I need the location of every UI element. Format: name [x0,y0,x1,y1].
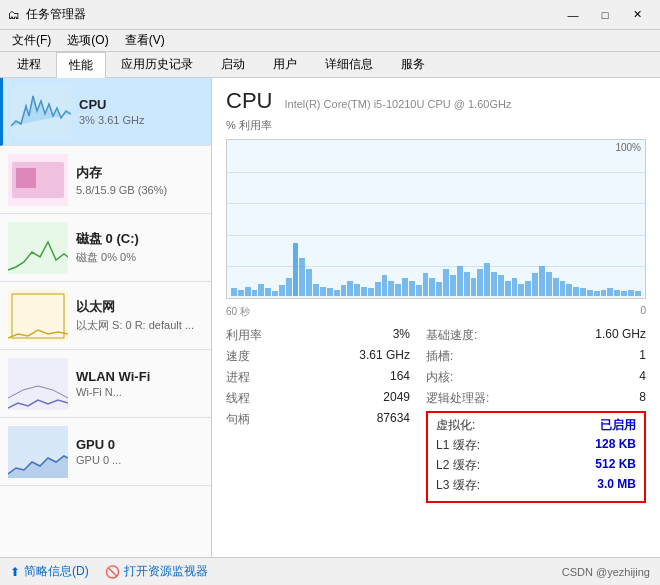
left-item-ethernet[interactable]: 以太网 以太网 S: 0 R: default ... [0,282,211,350]
stat-basespeed: 基础速度: 1.60 GHz [426,327,646,344]
logical-label: 逻辑处理器: [426,390,489,407]
brand-text: CSDN @yezhijing [562,566,650,578]
menu-file[interactable]: 文件(F) [4,30,59,51]
basespeed-value: 1.60 GHz [595,327,646,344]
menu-view[interactable]: 查看(V) [117,30,173,51]
left-item-wifi[interactable]: WLAN Wi-Fi Wi-Fi N... [0,350,211,418]
app-icon: 🗂 [8,8,20,22]
chart-time-right: 0 [640,305,646,319]
highlight-l1: L1 缓存: 128 KB [436,437,636,454]
net-thumbnail [8,290,68,342]
stats-area: 利用率 3% 速度 3.61 GHz 进程 164 线程 2049 句柄 8 [226,327,646,503]
handles-value: 87634 [377,411,410,428]
tab-processes[interactable]: 进程 [4,51,54,77]
logical-value: 8 [639,390,646,407]
right-main-title: CPU [226,88,272,114]
tab-performance[interactable]: 性能 [56,52,106,78]
stat-cores: 内核: 4 [426,369,646,386]
summary-label[interactable]: 简略信息(D) [24,563,89,580]
right-panel: CPU Intel(R) Core(TM) i5-10210U CPU @ 1.… [212,78,660,557]
l2-value: 512 KB [595,457,636,474]
eth-name: 以太网 [76,298,203,316]
left-item-cpu[interactable]: CPU 3% 3.61 GHz [0,78,211,146]
sockets-label: 插槽: [426,348,453,365]
tab-startup[interactable]: 启动 [208,51,258,77]
resource-monitor-link[interactable]: 🚫 打开资源监视器 [105,563,208,580]
utilization-value: 3% [393,327,410,344]
bottom-bar: ⬆ 简略信息(D) 🚫 打开资源监视器 CSDN @yezhijing [0,557,660,585]
svg-rect-7 [8,358,68,410]
processes-label: 进程 [226,369,250,386]
speed-value: 3.61 GHz [359,348,410,365]
speed-label: 速度 [226,348,250,365]
cpu-thumbnail [11,86,71,138]
disk-name: 磁盘 0 (C:) [76,230,203,248]
disk-info: 磁盘 0 (C:) 磁盘 0% 0% [76,230,203,265]
virt-label: 虚拟化: [436,417,475,434]
left-item-memory[interactable]: 内存 5.8/15.9 GB (36%) [0,146,211,214]
bottom-actions: ⬆ 简略信息(D) 🚫 打开资源监视器 [10,563,208,580]
gpu-name: GPU 0 [76,437,203,452]
basespeed-label: 基础速度: [426,327,477,344]
processes-value: 164 [390,369,410,386]
wifi-thumbnail [8,358,68,410]
left-panel: CPU 3% 3.61 GHz 内存 5.8/15.9 GB (36%) [0,78,212,557]
stat-utilization: 利用率 3% [226,327,410,344]
l3-value: 3.0 MB [597,477,636,494]
mem-name: 内存 [76,164,203,182]
tabs-bar: 进程 性能 应用历史记录 启动 用户 详细信息 服务 [0,52,660,78]
minimize-button[interactable]: — [558,5,588,25]
chart-time-labels: 60 秒 0 [226,305,646,319]
gpu-detail: GPU 0 ... [76,454,203,466]
disk-thumbnail [8,222,68,274]
disk-detail: 磁盘 0% 0% [76,250,203,265]
mem-thumbnail [8,154,68,206]
stat-processes: 进程 164 [226,369,410,386]
highlight-box: 虚拟化: 已启用 L1 缓存: 128 KB L2 缓存: 512 KB L3 … [426,411,646,503]
l1-value: 128 KB [595,437,636,454]
stat-speed: 速度 3.61 GHz [226,348,410,365]
cpu-info: CPU 3% 3.61 GHz [79,97,203,126]
highlight-l3: L3 缓存: 3.0 MB [436,477,636,494]
right-title-area: CPU Intel(R) Core(TM) i5-10210U CPU @ 1.… [226,88,646,114]
tab-details[interactable]: 详细信息 [312,51,386,77]
summary-link[interactable]: ⬆ 简略信息(D) [10,563,89,580]
cores-label: 内核: [426,369,453,386]
app-title: 任务管理器 [26,6,86,23]
threads-label: 线程 [226,390,250,407]
main-content: CPU 3% 3.61 GHz 内存 5.8/15.9 GB (36%) [0,78,660,557]
chart-bars [227,140,645,298]
wifi-name: WLAN Wi-Fi [76,369,203,384]
stats-right: 基础速度: 1.60 GHz 插槽: 1 内核: 4 逻辑处理器: 8 [426,327,646,503]
chart-time-left: 60 秒 [226,305,250,319]
title-bar-buttons: — □ ✕ [558,5,652,25]
monitor-label[interactable]: 打开资源监视器 [124,563,208,580]
eth-detail: 以太网 S: 0 R: default ... [76,318,203,333]
tab-services[interactable]: 服务 [388,51,438,77]
l3-label: L3 缓存: [436,477,480,494]
maximize-button[interactable]: □ [590,5,620,25]
tab-users[interactable]: 用户 [260,51,310,77]
left-item-gpu[interactable]: GPU 0 GPU 0 ... [0,418,211,486]
close-button[interactable]: ✕ [622,5,652,25]
stat-logical: 逻辑处理器: 8 [426,390,646,407]
l2-label: L2 缓存: [436,457,480,474]
highlight-virtualization: 虚拟化: 已启用 [436,417,636,434]
stat-threads: 线程 2049 [226,390,410,407]
utilization-label: 利用率 [226,327,262,344]
eth-info: 以太网 以太网 S: 0 R: default ... [76,298,203,333]
virt-value: 已启用 [600,417,636,434]
title-bar-left: 🗂 任务管理器 [8,6,86,23]
tab-apphistory[interactable]: 应用历史记录 [108,51,206,77]
left-item-disk[interactable]: 磁盘 0 (C:) 磁盘 0% 0% [0,214,211,282]
threads-value: 2049 [383,390,410,407]
stats-left: 利用率 3% 速度 3.61 GHz 进程 164 线程 2049 句柄 8 [226,327,410,503]
stat-sockets: 插槽: 1 [426,348,646,365]
menu-options[interactable]: 选项(O) [59,30,116,51]
highlight-l2: L2 缓存: 512 KB [436,457,636,474]
cores-value: 4 [639,369,646,386]
l1-label: L1 缓存: [436,437,480,454]
cpu-detail: 3% 3.61 GHz [79,114,203,126]
right-cpu-model: Intel(R) Core(TM) i5-10210U CPU @ 1.60GH… [284,98,511,110]
title-bar: 🗂 任务管理器 — □ ✕ [0,0,660,30]
